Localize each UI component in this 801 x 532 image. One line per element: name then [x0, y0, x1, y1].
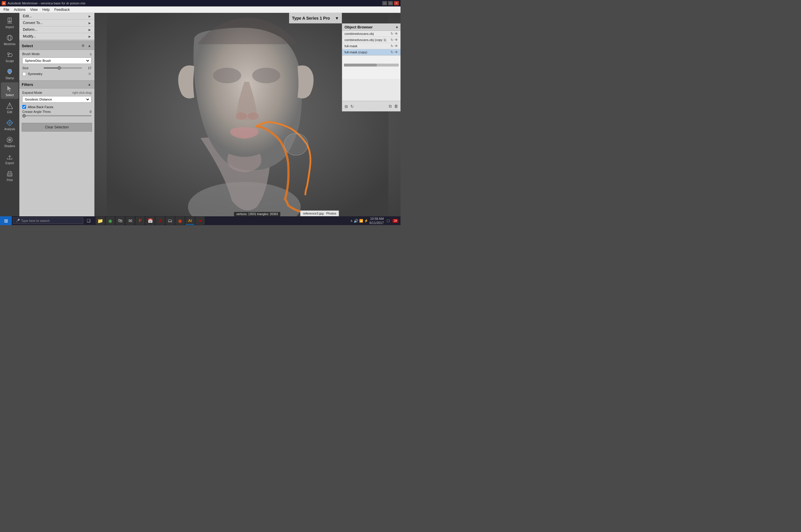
symmetry-clear-icon[interactable]: ✕	[88, 72, 92, 76]
allow-back-faces-checkbox[interactable]	[22, 105, 26, 109]
menu-convert-to[interactable]: Convert To... ▶	[19, 20, 94, 26]
crease-angle-track[interactable]	[22, 115, 92, 116]
tray-expand-icon[interactable]: ∧	[350, 219, 353, 223]
svg-point-24	[247, 113, 259, 120]
export-icon	[5, 153, 14, 161]
brush-mode-label: Brush Mode	[22, 52, 40, 56]
clock-display[interactable]: 10:58 AM 6/11/2017	[369, 216, 384, 225]
sidebar-item-analysis[interactable]: Analysis	[1, 116, 18, 133]
taskbar-app-store[interactable]: 🛍	[115, 216, 125, 225]
ob-scrollbar-thumb	[344, 63, 377, 66]
start-button[interactable]: ⊞	[0, 216, 12, 225]
geodesic-dropdown-row: Geodesic Distance None Planar	[22, 96, 92, 102]
ob-refresh-icon[interactable]: ↻	[350, 104, 354, 109]
ob-duplicate-icon[interactable]: ⧉	[389, 104, 392, 109]
ob-item-2[interactable]: full-mask ↻ 👁	[342, 43, 400, 49]
search-bar[interactable]: 🎤 Type here to search	[13, 217, 83, 224]
size-slider-thumb[interactable]	[57, 66, 61, 70]
sidebar-item-shaders[interactable]: Shaders	[1, 133, 18, 150]
ob-combine-icon[interactable]: ⊞	[344, 104, 348, 109]
ob-delete-icon[interactable]: 🗑	[394, 104, 398, 109]
ob-item-2-refresh-icon[interactable]: ↻	[391, 44, 393, 48]
menu-feedback[interactable]: Feedback	[52, 7, 72, 12]
notification-button[interactable]: □	[385, 217, 391, 224]
taskbar-app-pdf[interactable]: A	[155, 216, 165, 225]
convert-arrow-icon: ▶	[89, 21, 91, 25]
sidebar-item-stamp[interactable]: Stamp	[1, 65, 18, 82]
crease-angle-thumb[interactable]	[22, 114, 26, 117]
geodesic-distance-dropdown[interactable]: Geodesic Distance None Planar	[22, 96, 92, 102]
select-collapse-button[interactable]: ▲	[87, 43, 92, 49]
ob-item-3-refresh-icon[interactable]: ↻	[391, 50, 393, 54]
filters-section-header: Filters ▲	[19, 80, 94, 89]
ob-item-1[interactable]: combinedvscans.obj (copy 1) ↻ 👁	[342, 37, 400, 43]
tray-power-icon[interactable]: ⚡	[364, 219, 368, 223]
sidebar-item-meshmix[interactable]: Meshmix	[1, 31, 18, 48]
ob-item-0-refresh-icon[interactable]: ↻	[391, 32, 393, 36]
menu-modify[interactable]: Modify... ▶	[19, 33, 94, 40]
minimize-button[interactable]: ─	[382, 1, 387, 5]
symmetry-label[interactable]: Symmetry	[28, 72, 42, 76]
filters-collapse-button[interactable]: ▲	[87, 82, 92, 87]
size-slider-track[interactable]	[44, 68, 82, 69]
menu-view[interactable]: View	[28, 7, 40, 12]
task-view-button[interactable]: ❑	[85, 216, 93, 225]
taskbar-app-illustrator[interactable]: Ai	[185, 216, 195, 225]
type-badge-arrow-icon[interactable]: ▼	[335, 16, 339, 20]
menu-file[interactable]: File	[1, 7, 12, 12]
taskbar-app-mail[interactable]: ✉	[126, 216, 135, 225]
clear-selection-button[interactable]: Clear Selection	[22, 123, 92, 132]
pdf-icon: A	[159, 218, 162, 223]
ob-item-3-eye-icon[interactable]: 👁	[395, 50, 398, 54]
sidebar-item-print[interactable]: Print	[1, 167, 18, 184]
ob-item-2-icons: ↻ 👁	[391, 44, 398, 48]
sidebar-item-edit[interactable]: Edit	[1, 99, 18, 116]
tray-network-icon[interactable]: 📶	[359, 219, 363, 223]
brush-mode-dropdown[interactable]: SphereDisc Brush Surface Lasso Polygon L…	[22, 57, 92, 64]
menu-deform[interactable]: Deform... ▶	[19, 26, 94, 33]
sidebar-item-select[interactable]: Select	[1, 82, 18, 99]
sidebar-item-export[interactable]: Export	[1, 150, 18, 167]
ob-footer-right-buttons: ⧉ 🗑	[389, 104, 398, 109]
system-tray: ∧ 🔊 📶 ⚡	[350, 218, 368, 223]
taskbar-app-red[interactable]: ●	[195, 216, 205, 225]
taskbar-app-explorer[interactable]: 📁	[96, 216, 105, 225]
geodesic-distance-select[interactable]: Geodesic Distance None Planar	[24, 97, 90, 101]
filters-panel-content: Expand Mode right-click-drag Geodesic Di…	[19, 89, 94, 120]
menu-edit[interactable]: Edit... ▶	[19, 13, 94, 20]
type-badge-label: Type A Series 1 Pro	[292, 16, 330, 20]
taskbar-app-chrome[interactable]: ◉	[106, 216, 115, 225]
menu-help[interactable]: Help	[40, 7, 52, 12]
brush-mode-row: Brush Mode q	[22, 52, 92, 56]
ob-item-0-eye-icon[interactable]: 👁	[395, 32, 398, 36]
modify-arrow-icon: ▶	[89, 35, 91, 38]
maximize-button[interactable]: □	[388, 1, 393, 5]
meshmix-label: Meshmix	[4, 42, 16, 46]
tray-volume-icon[interactable]: 🔊	[354, 218, 358, 223]
search-placeholder: Type here to search	[21, 219, 50, 223]
ob-item-3[interactable]: full-mask (copy) ↻ 👁	[342, 49, 400, 55]
object-browser-close-icon[interactable]: ●	[396, 25, 398, 29]
sidebar-item-sculpt[interactable]: Sculpt	[1, 49, 18, 65]
taskbar-app-powerpoint[interactable]: P	[135, 216, 145, 225]
title-area: M Autodesk Meshmixer - veronica base for…	[2, 1, 85, 5]
ob-item-1-refresh-icon[interactable]: ↻	[391, 38, 393, 42]
ob-item-0[interactable]: combinedvscans.obj ↻ 👁	[342, 31, 400, 37]
expand-mode-row: Expand Mode right-click-drag	[22, 91, 92, 94]
sidebar-item-import[interactable]: Import	[1, 14, 18, 31]
taskbar-app-folder2[interactable]: 🗂	[165, 216, 175, 225]
taskbar-app-ball[interactable]: ◉	[175, 216, 185, 225]
ob-scrollbar[interactable]	[344, 63, 399, 66]
window-controls: ─ □ ✕	[382, 1, 399, 5]
crease-angle-value: 0	[85, 110, 92, 113]
ob-item-1-eye-icon[interactable]: 👁	[395, 38, 398, 42]
allow-back-faces-label[interactable]: Allow Back Faces	[28, 105, 53, 109]
symmetry-checkbox[interactable]	[22, 72, 26, 76]
taskbar-app-calendar[interactable]: 📅	[145, 216, 155, 225]
menu-actions[interactable]: Actions	[12, 7, 27, 12]
svg-point-22	[252, 68, 280, 83]
brush-mode-select[interactable]: SphereDisc Brush Surface Lasso Polygon L…	[24, 59, 90, 63]
close-button[interactable]: ✕	[394, 1, 399, 5]
ob-item-2-eye-icon[interactable]: 👁	[395, 44, 398, 48]
select-gear-button[interactable]: ⚙	[80, 43, 86, 49]
